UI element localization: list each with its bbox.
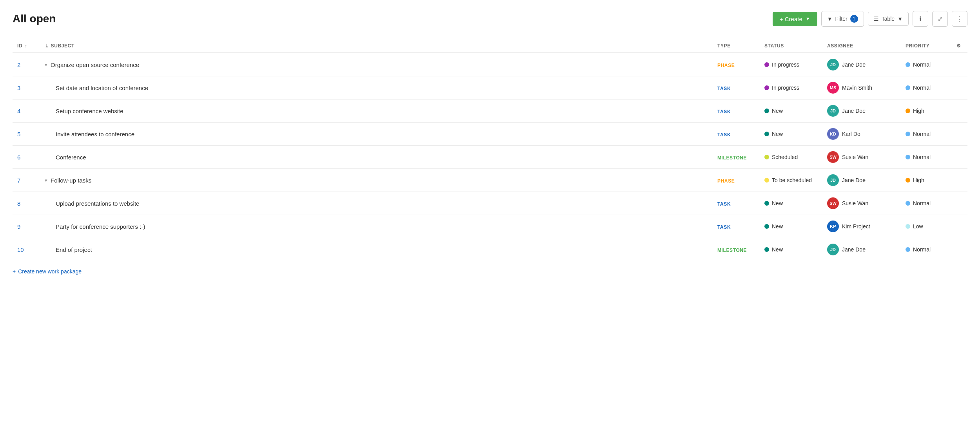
cell-status: Scheduled [760, 146, 822, 169]
info-icon: ℹ [919, 15, 922, 23]
subject-text: Setup conference website [56, 108, 123, 114]
type-label: MILESTONE [717, 155, 747, 161]
subject-filter-icon: ⤓ [45, 43, 49, 49]
th-priority[interactable]: PRIORITY [901, 39, 952, 53]
cell-assignee: MSMavin Smith [822, 76, 901, 99]
th-id[interactable]: ID ↑ [13, 39, 40, 53]
th-assignee[interactable]: ASSIGNEE [822, 39, 901, 53]
subject-text: Party for conference supporters :-) [56, 223, 145, 230]
cell-status: New [760, 123, 822, 146]
priority-text: Normal [913, 85, 931, 91]
cell-id[interactable]: 5 [13, 123, 40, 146]
table-body: 2▾Organize open source conferencePHASEIn… [13, 53, 967, 261]
create-button[interactable]: + Create ▼ [773, 12, 817, 26]
cell-subject: Upload presentations to website [40, 192, 713, 215]
th-status[interactable]: STATUS [760, 39, 822, 53]
cell-id[interactable]: 9 [13, 215, 40, 238]
status-text: New [772, 246, 783, 253]
type-label: MILESTONE [717, 248, 747, 253]
status-text: To be scheduled [772, 177, 812, 183]
info-button[interactable]: ℹ [913, 11, 928, 27]
more-options-button[interactable]: ⋮ [952, 11, 967, 27]
avatar: KP [827, 221, 839, 232]
status-dot [764, 85, 769, 90]
page-header: All open + Create ▼ ▼ Filter 1 ☰ Table ▼… [13, 11, 967, 27]
status-dot [764, 224, 769, 229]
status-text: In progress [772, 85, 799, 91]
type-label: TASK [717, 109, 731, 114]
cell-assignee: KPKim Project [822, 215, 901, 238]
cell-priority: Normal [901, 123, 952, 146]
cell-type: TASK [713, 76, 760, 99]
cell-assignee: JDJane Doe [822, 169, 901, 192]
cell-subject: ▾Organize open source conference [40, 53, 713, 76]
assignee-name: Kim Project [842, 223, 870, 230]
plus-icon: + [13, 268, 16, 275]
filter-button[interactable]: ▼ Filter 1 [821, 11, 864, 27]
status-dot [764, 108, 769, 113]
subject-text: Invite attendees to conference [56, 131, 134, 137]
avatar: MS [827, 82, 839, 94]
table-row: 10End of projectMILESTONENewJDJane DoeNo… [13, 238, 967, 261]
cell-settings [952, 146, 967, 169]
priority-dot [906, 62, 910, 67]
assignee-name: Karl Do [842, 131, 860, 137]
assignee-name: Mavin Smith [842, 85, 872, 91]
cell-id[interactable]: 2 [13, 53, 40, 76]
cell-id[interactable]: 10 [13, 238, 40, 261]
avatar: KD [827, 128, 839, 140]
priority-dot [906, 201, 910, 206]
settings-icon: ⚙ [956, 43, 961, 49]
cell-status: New [760, 238, 822, 261]
more-icon: ⋮ [956, 15, 963, 23]
th-type[interactable]: TYPE [713, 39, 760, 53]
cell-type: TASK [713, 215, 760, 238]
subject-text: End of project [56, 246, 92, 253]
type-label: PHASE [717, 63, 735, 68]
cell-priority: Low [901, 215, 952, 238]
cell-priority: Normal [901, 146, 952, 169]
priority-dot [906, 224, 910, 229]
cell-type: TASK [713, 192, 760, 215]
subject-text: Set date and location of conference [56, 85, 148, 91]
sort-icon: ↑ [25, 43, 27, 48]
fullscreen-button[interactable]: ⤢ [932, 11, 948, 27]
cell-id[interactable]: 4 [13, 99, 40, 123]
priority-text: Low [913, 223, 923, 230]
cell-status: In progress [760, 53, 822, 76]
cell-priority: Normal [901, 76, 952, 99]
table-row: 7▾Follow-up tasksPHASETo be scheduledJDJ… [13, 169, 967, 192]
fullscreen-icon: ⤢ [938, 15, 943, 23]
table-view-button[interactable]: ☰ Table ▼ [868, 12, 909, 26]
table-row: 3Set date and location of conferenceTASK… [13, 76, 967, 99]
table-header-row: ID ↑ ⤓ SUBJECT TYPE STATUS AS [13, 39, 967, 53]
chevron-down-icon[interactable]: ▾ [45, 62, 47, 68]
cell-id[interactable]: 3 [13, 76, 40, 99]
type-label: TASK [717, 132, 731, 137]
cell-subject: Setup conference website [40, 99, 713, 123]
cell-status: New [760, 99, 822, 123]
th-settings[interactable]: ⚙ [952, 39, 967, 53]
status-text: New [772, 223, 783, 230]
create-new-work-package-link[interactable]: + Create new work package [13, 268, 967, 275]
table-row: 6ConferenceMILESTONEScheduledSWSusie Wan… [13, 146, 967, 169]
cell-settings [952, 53, 967, 76]
avatar: JD [827, 105, 839, 117]
chevron-down-icon[interactable]: ▾ [45, 177, 47, 183]
table-row: 5Invite attendees to conferenceTASKNewKD… [13, 123, 967, 146]
table-row: 9Party for conference supporters :-)TASK… [13, 215, 967, 238]
cell-assignee: SWSusie Wan [822, 192, 901, 215]
filter-icon: ▼ [827, 16, 833, 22]
work-packages-table: ID ↑ ⤓ SUBJECT TYPE STATUS AS [13, 39, 967, 261]
cell-subject: Invite attendees to conference [40, 123, 713, 146]
status-dot [764, 178, 769, 183]
cell-priority: High [901, 99, 952, 123]
cell-status: New [760, 215, 822, 238]
cell-id[interactable]: 6 [13, 146, 40, 169]
cell-id[interactable]: 7 [13, 169, 40, 192]
th-subject[interactable]: ⤓ SUBJECT [40, 39, 713, 53]
cell-status: New [760, 192, 822, 215]
cell-id[interactable]: 8 [13, 192, 40, 215]
subject-text: Upload presentations to website [56, 200, 139, 207]
cell-subject: Set date and location of conference [40, 76, 713, 99]
